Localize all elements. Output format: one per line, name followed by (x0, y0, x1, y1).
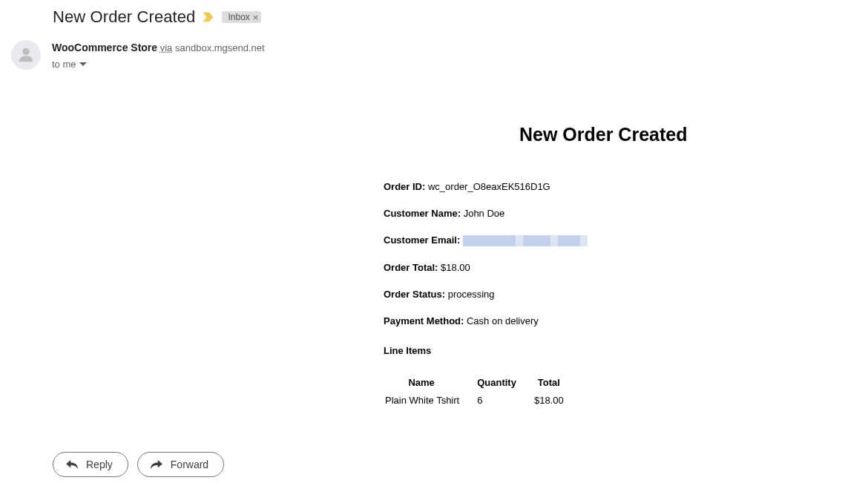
table-header-row: Name Quantity Total (384, 377, 573, 395)
payment-method-label: Payment Method: (384, 315, 464, 326)
subject-row: New Order Created Inbox × (53, 7, 857, 27)
customer-name-value: John Doe (464, 208, 505, 219)
customer-email-label: Customer Email: (384, 234, 460, 246)
order-status-value: processing (448, 289, 495, 300)
svg-point-0 (22, 48, 29, 55)
recipient-text: to me (52, 57, 76, 72)
order-status-label: Order Status: (384, 289, 445, 300)
via-label: via (160, 42, 173, 53)
item-total: $18.00 (525, 395, 573, 406)
via-domain: sandbox.mgsend.net (175, 42, 265, 53)
email-subject: New Order Created (53, 7, 195, 27)
table-row: Plain White Tshirt 6 $18.00 (384, 395, 573, 406)
order-total-label: Order Total: (384, 262, 438, 273)
sender-row: WooCommerce Store via sandbox.mgsend.net… (11, 40, 857, 72)
chevron-down-icon[interactable] (79, 62, 87, 67)
email-body: New Order Created Order ID: wc_order_O8e… (384, 124, 857, 406)
customer-name-label: Customer Name: (384, 208, 461, 219)
line-items-heading: Line Items (384, 345, 857, 356)
reply-button[interactable]: Reply (53, 452, 128, 477)
item-quantity: 6 (468, 395, 525, 406)
avatar[interactable] (11, 40, 41, 70)
sender-name[interactable]: WooCommerce Store (52, 42, 157, 53)
inbox-label-chip[interactable]: Inbox × (222, 11, 261, 23)
order-total-value: $18.00 (441, 262, 470, 273)
order-id-label: Order ID: (384, 181, 425, 192)
forward-label: Forward (171, 459, 208, 470)
col-name: Name (384, 377, 468, 395)
line-items-table: Name Quantity Total Plain White Tshirt 6… (384, 377, 573, 406)
email-heading: New Order Created (519, 124, 857, 145)
action-buttons: Reply Forward (53, 452, 857, 477)
inbox-label-text: Inbox (228, 12, 249, 22)
forward-icon (150, 459, 163, 470)
reply-icon (65, 459, 79, 470)
person-icon (16, 45, 36, 65)
forward-button[interactable]: Forward (137, 452, 224, 477)
sender-info: WooCommerce Store via sandbox.mgsend.net… (52, 40, 265, 72)
col-total: Total (525, 377, 573, 395)
col-quantity: Quantity (468, 377, 525, 395)
reply-label: Reply (86, 459, 113, 470)
order-id-value: wc_order_O8eaxEK516D1G (428, 181, 550, 192)
importance-marker-icon[interactable] (203, 12, 214, 22)
close-icon[interactable]: × (253, 13, 259, 22)
recipient-row[interactable]: to me (52, 57, 265, 72)
item-name: Plain White Tshirt (384, 395, 468, 406)
payment-method-value: Cash on delivery (467, 315, 539, 326)
customer-email-redacted (463, 235, 588, 246)
